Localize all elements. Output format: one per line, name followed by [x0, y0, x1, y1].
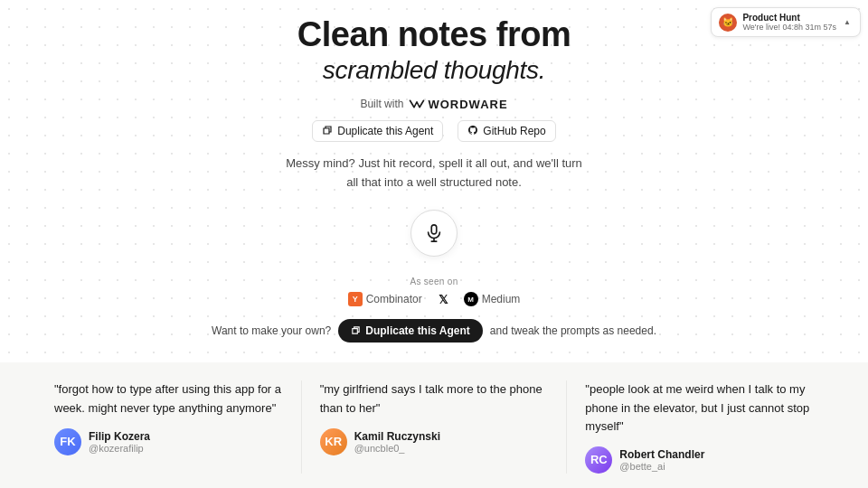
x-logo: 𝕏	[439, 293, 448, 306]
testimonial-2-avatar: KR	[320, 428, 347, 455]
app-description: Messy mind? Just hit record, spell it al…	[280, 155, 588, 192]
cta-duplicate-button[interactable]: Duplicate this Agent	[338, 319, 483, 343]
github-repo-link[interactable]: GitHub Repo	[458, 120, 555, 142]
testimonial-2-quote: "my girlfriend says I talk more to the p…	[320, 380, 549, 417]
testimonial-3-avatar: RC	[585, 446, 612, 474]
github-icon	[467, 125, 478, 137]
hero-title-line1: Clean notes from	[297, 16, 571, 54]
wordware-logo: WORDWARE	[409, 98, 507, 111]
svg-rect-0	[431, 225, 437, 234]
mic-button[interactable]	[410, 210, 458, 257]
testimonial-3-name: Robert Chandler	[619, 448, 704, 461]
main-content: Clean notes from scrambled thoughts. Bui…	[0, 0, 868, 488]
wordware-icon	[409, 98, 425, 110]
medium-icon: M	[464, 292, 478, 306]
testimonial-1-user: FK Filip Kozera @kozerafilip	[54, 428, 283, 455]
testimonial-1-quote: "forgot how to type after using this app…	[54, 380, 283, 417]
combinator-icon: Y	[348, 292, 363, 306]
testimonials-section: "forgot how to type after using this app…	[0, 362, 868, 488]
cta-duplicate-icon	[351, 325, 361, 337]
testimonial-1-avatar: FK	[54, 428, 81, 455]
duplicate-agent-link[interactable]: Duplicate this Agent	[312, 120, 443, 142]
cta-suffix: and tweak the prompts as needed.	[490, 324, 656, 337]
testimonial-1: "forgot how to type after using this app…	[36, 380, 302, 473]
links-row: Duplicate this Agent GitHub Repo	[312, 120, 555, 142]
cta-button-label: Duplicate this Agent	[365, 324, 470, 337]
testimonial-3-user: RC Robert Chandler @bette_ai	[585, 446, 814, 474]
combinator-logo: Y Combinator	[348, 292, 422, 306]
testimonial-2-handle: @uncble0_	[354, 443, 440, 454]
testimonial-1-name: Filip Kozera	[89, 430, 150, 443]
testimonial-2-user: KR Kamil Ruczynski @uncble0_	[320, 428, 549, 455]
github-repo-label: GitHub Repo	[483, 125, 545, 137]
ph-subtitle: We're live! 04:8h 31m 57s	[742, 23, 836, 32]
testimonial-3: "people look at me weird when I talk to …	[567, 380, 832, 473]
cta-row: Want to make your own? Duplicate this Ag…	[212, 319, 656, 343]
testimonial-1-handle: @kozerafilip	[89, 443, 150, 454]
hero-subtitle-line2: scrambled thoughts.	[323, 56, 545, 85]
testimonial-3-handle: @bette_ai	[619, 461, 704, 472]
cta-prefix: Want to make your own?	[212, 324, 331, 337]
ph-title: Product Hunt	[742, 13, 799, 23]
testimonial-2: "my girlfriend says I talk more to the p…	[302, 380, 568, 473]
duplicate-icon	[322, 125, 333, 137]
ph-icon: 🐱	[719, 14, 737, 32]
medium-logo: M Medium	[464, 292, 521, 306]
testimonial-3-quote: "people look at me weird when I talk to …	[585, 380, 814, 435]
built-with-label: Built with	[360, 98, 403, 110]
mic-container	[410, 210, 458, 257]
ph-arrow: ▲	[844, 18, 851, 26]
as-seen-logos: Y Combinator 𝕏 M Medium	[348, 292, 521, 306]
built-with-row: Built with WORDWARE	[360, 98, 507, 111]
product-hunt-badge[interactable]: 🐱 Product Hunt We're live! 04:8h 31m 57s…	[711, 7, 861, 37]
mic-icon	[424, 223, 444, 243]
testimonial-2-name: Kamil Ruczynski	[354, 430, 440, 443]
as-seen-label: As seen on	[410, 277, 458, 286]
as-seen-on-section: As seen on Y Combinator 𝕏 M Medium	[348, 277, 521, 306]
duplicate-agent-label: Duplicate this Agent	[337, 125, 433, 137]
